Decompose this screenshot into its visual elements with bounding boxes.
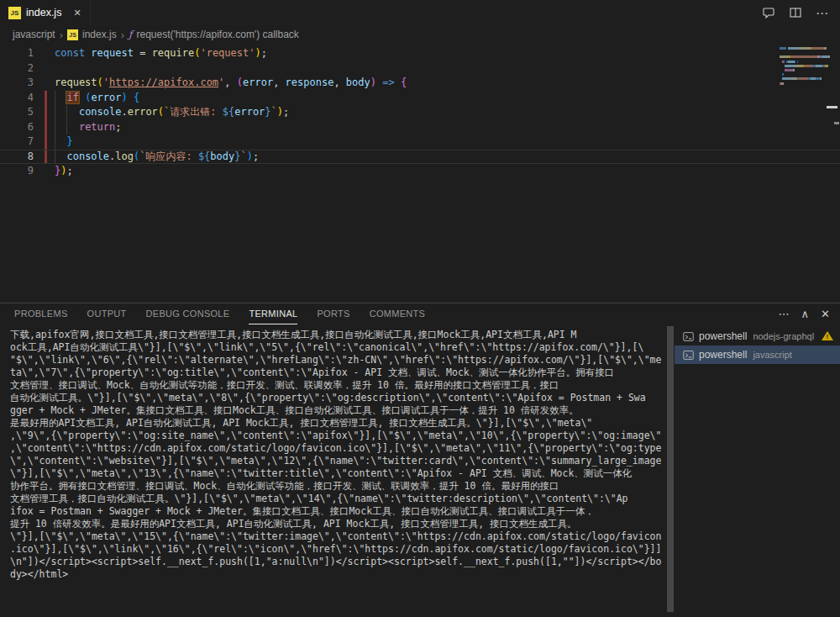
terminal-line: \",\"content\":\"website\"}],[\"$\",\"me…	[10, 455, 666, 467]
terminal-line: ta\",\"7\",{\"property\":\"og:title\",\"…	[10, 367, 666, 379]
code-text: const request = require('request');	[55, 46, 267, 61]
minimap-line	[780, 77, 830, 80]
panel-tab-terminal[interactable]: TERMINAL	[249, 303, 297, 324]
scrollbar-slider[interactable]	[667, 326, 674, 612]
minimap-line	[780, 61, 830, 63]
git-gutter-decoration	[45, 46, 47, 61]
minimap-lines	[780, 47, 830, 85]
terminal-line: 提升 10 倍研发效率。是最好用的API文档工具, API自动化测试工具, AP…	[10, 518, 666, 530]
terminal-prompt-line: PS D:\个人代码技术文档\nodejs系列\javascript>	[10, 593, 666, 606]
chevron-right-icon: ›	[121, 29, 124, 41]
terminal-line: 文档管理、接口调试、Mock、自动化测试等功能，接口开发、测试、联调效率，提升 …	[10, 379, 666, 392]
terminal-icon	[683, 350, 699, 361]
minimap[interactable]	[780, 47, 830, 87]
vscode-window: JS index.js ✕ ⋯ javascript › JS index.js…	[0, 0, 840, 617]
terminal-scrollbar[interactable]	[666, 324, 675, 617]
terminal-list-item-javascript[interactable]: powershelljavascript	[675, 345, 840, 364]
terminal-detail: javascript	[753, 350, 791, 360]
line-number: 7	[0, 134, 34, 150]
minimap-line	[780, 55, 830, 58]
symbol-function-icon: ƒ	[129, 29, 132, 40]
chevron-right-icon: ›	[60, 29, 63, 41]
terminal-icon	[683, 331, 699, 342]
code-line[interactable]: 8 console.log(`响应内容: ${body}`);	[0, 150, 840, 165]
breadcrumb-file[interactable]: index.js	[82, 29, 117, 40]
warning-icon: !	[822, 331, 833, 341]
indent-guide	[55, 150, 55, 164]
breadcrumb-symbol[interactable]: request('https://apifox.com') callback	[137, 29, 299, 40]
code-line[interactable]: 5 console.error(`请求出错: ${error}`);	[0, 105, 840, 120]
terminal-list-item-nodejs-graphql[interactable]: powershellnodejs-graphql!	[675, 327, 840, 345]
bottom-panel: PROBLEMSOUTPUTDEBUG CONSOLETERMINALPORTS…	[0, 303, 840, 617]
terminal-line: 是最好用的API文档工具, API自动化测试工具, API Mock工具, 接口…	[10, 417, 666, 430]
git-gutter-decoration	[45, 150, 47, 164]
code-line[interactable]: 4 if (error) {	[0, 91, 840, 106]
line-number: 1	[0, 46, 34, 61]
panel-tabs: PROBLEMSOUTPUTDEBUG CONSOLETERMINALPORTS…	[14, 303, 444, 324]
code-text: console.log(`响应内容: ${body}`);	[55, 150, 259, 164]
terminal-line: .ico\"}],[\"$\",\"link\",\"16\",{\"rel\"…	[10, 543, 666, 556]
panel-tab-problems[interactable]: PROBLEMS	[14, 303, 68, 324]
terminal-line: dy></html>	[10, 568, 666, 581]
editor-lines: 1const request = require('request');23re…	[0, 46, 840, 179]
git-gutter-decoration	[45, 91, 47, 106]
git-gutter-decoration	[45, 164, 47, 179]
chat-icon[interactable]	[762, 6, 775, 19]
terminal-shell-name: powershell	[699, 330, 747, 342]
tab-label: index.js	[26, 7, 61, 18]
code-line[interactable]: 3request('https://apifox.com', (error, r…	[0, 76, 840, 91]
editor-actions: ⋯	[762, 0, 840, 25]
breadcrumb-folder[interactable]: javascript	[13, 29, 55, 40]
panel-tab-debug-console[interactable]: DEBUG CONSOLE	[146, 303, 230, 324]
terminal-line: gger + Mock + JMeter。集接口文档工具、接口Mock工具、接口…	[10, 404, 666, 417]
terminal-line	[10, 581, 666, 593]
line-number: 6	[0, 120, 34, 135]
line-number: 8	[0, 150, 34, 164]
code-line[interactable]: 2	[0, 61, 840, 76]
git-gutter-decoration	[45, 61, 47, 76]
close-tab-icon[interactable]: ✕	[73, 8, 81, 18]
panel-tab-comments[interactable]: COMMENTS	[370, 303, 426, 324]
panel-tab-output[interactable]: OUTPUT	[87, 303, 127, 324]
more-actions-icon[interactable]: ⋯	[816, 7, 828, 19]
terminal-line: 协作平台。拥有接口文档管理、接口调试、Mock、自动化测试等功能，接口开发、测试…	[10, 480, 666, 493]
code-text: });	[55, 164, 73, 179]
git-gutter-decoration	[45, 134, 47, 150]
line-number: 4	[0, 91, 34, 106]
overview-ruler-mark	[834, 122, 839, 124]
terminal-line: ,\"content\":\"https://cdn.apifox.com/st…	[10, 442, 666, 455]
git-gutter-decoration	[45, 105, 47, 120]
git-gutter-decoration	[45, 76, 47, 91]
breadcrumb: javascript › JS index.js › ƒ request('ht…	[0, 25, 840, 44]
indent-guide	[55, 91, 55, 106]
code-line[interactable]: 7 }	[0, 134, 840, 150]
line-number: 5	[0, 105, 34, 120]
code-editor[interactable]: 1const request = require('request');23re…	[0, 44, 840, 303]
code-text: console.error(`请求出错: ${error}`);	[55, 105, 289, 120]
git-gutter-decoration	[45, 120, 47, 135]
terminal-line: ock工具,API自动化测试工具\"}],[\"$\",\"link\",\"5…	[10, 341, 666, 354]
code-line[interactable]: 6 return;	[0, 120, 840, 135]
minimap-line	[780, 47, 830, 50]
minimap-line	[780, 73, 830, 76]
panel-header: PROBLEMSOUTPUTDEBUG CONSOLETERMINALPORTS…	[0, 303, 840, 324]
line-number: 9	[0, 164, 34, 179]
panel-tab-ports[interactable]: PORTS	[317, 303, 349, 324]
terminal-line: 下载,apifox官网,接口文档工具,接口文档管理工具,接口文档生成工具,接口自…	[10, 329, 666, 341]
code-text: }	[55, 134, 73, 150]
terminal-line: "$\",\"link\",\"6\",{\"rel\":\"alternate…	[10, 354, 666, 367]
minimap-line	[780, 69, 830, 71]
terminal-detail: nodejs-graphql	[753, 331, 814, 341]
split-editor-icon[interactable]	[789, 6, 802, 19]
terminal[interactable]: 下载,apifox官网,接口文档工具,接口文档管理工具,接口文档生成工具,接口自…	[0, 324, 666, 617]
editor-tab-indexjs[interactable]: JS index.js ✕	[0, 0, 91, 25]
terminal-output: 下载,apifox官网,接口文档工具,接口文档管理工具,接口文档生成工具,接口自…	[10, 329, 666, 593]
maximize-panel-icon[interactable]: ∧	[801, 308, 810, 320]
minimap-line	[780, 51, 830, 54]
code-line[interactable]: 9});	[0, 164, 840, 179]
more-actions-icon[interactable]: ⋯	[779, 308, 790, 320]
minimap-line	[780, 82, 830, 85]
close-panel-icon[interactable]: ✕	[821, 308, 830, 320]
code-line[interactable]: 1const request = require('request');	[0, 46, 840, 61]
code-text: return;	[55, 120, 122, 135]
